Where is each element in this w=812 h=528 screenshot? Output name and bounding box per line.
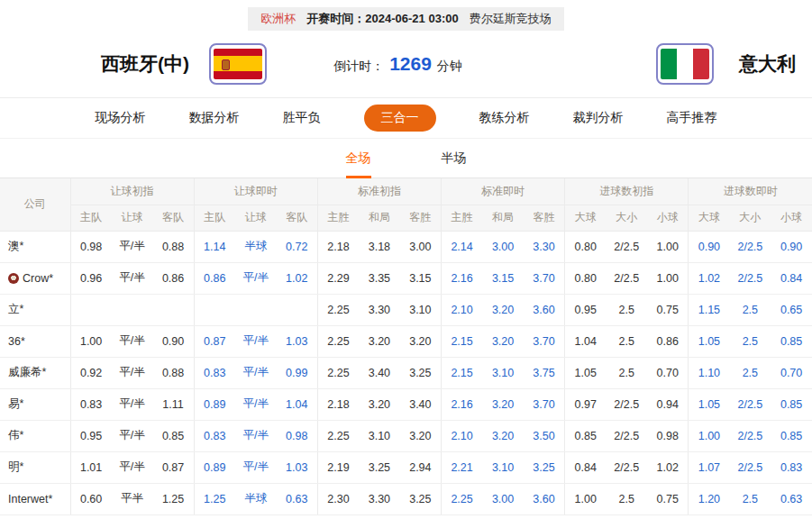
odds-cell[interactable]: 3.20 <box>400 325 442 357</box>
odds-cell[interactable]: 3.15 <box>482 262 524 294</box>
odds-cell[interactable]: 3.25 <box>359 451 400 483</box>
nav-tab[interactable]: 高手推荐 <box>667 110 717 126</box>
odds-cell[interactable]: 3.60 <box>524 483 565 514</box>
odds-cell[interactable]: 3.20 <box>482 420 524 451</box>
company-cell[interactable]: 36* <box>0 325 70 357</box>
odds-cell[interactable]: 1.11 <box>152 388 194 420</box>
odds-cell[interactable]: 1.03 <box>277 451 318 483</box>
odds-cell[interactable]: 2.5 <box>606 325 647 357</box>
nav-tab-active[interactable]: 三合一 <box>364 105 436 132</box>
odds-cell[interactable]: 2/2.5 <box>606 388 647 420</box>
odds-cell[interactable]: 0.96 <box>70 262 112 294</box>
odds-cell[interactable]: 2.5 <box>606 357 647 388</box>
odds-cell[interactable]: 3.00 <box>482 231 524 262</box>
company-cell[interactable]: 立* <box>0 294 70 325</box>
odds-cell[interactable]: 1.10 <box>689 357 730 388</box>
odds-cell[interactable]: 平/半 <box>112 357 153 388</box>
odds-cell[interactable]: 3.20 <box>359 325 400 357</box>
odds-cell[interactable]: 0.90 <box>152 325 194 357</box>
odds-cell[interactable]: 0.72 <box>277 231 318 262</box>
odds-cell[interactable]: 半球 <box>235 231 277 262</box>
odds-cell[interactable]: 平/半 <box>235 420 277 451</box>
nav-tab[interactable]: 胜平负 <box>283 110 321 126</box>
odds-cell[interactable]: 2.25 <box>317 294 359 325</box>
odds-cell[interactable]: 3.20 <box>482 325 524 357</box>
odds-cell[interactable]: 3.00 <box>482 483 524 514</box>
odds-cell[interactable]: 3.15 <box>400 262 442 294</box>
company-cell[interactable]: 伟* <box>0 420 70 451</box>
odds-cell[interactable]: 1.04 <box>277 388 318 420</box>
company-cell[interactable]: 易* <box>0 388 70 420</box>
odds-cell[interactable]: 平/半 <box>112 420 153 451</box>
odds-cell[interactable]: 平/半 <box>235 357 277 388</box>
odds-cell[interactable]: 3.30 <box>359 483 400 514</box>
odds-cell[interactable]: 2.94 <box>400 451 442 483</box>
odds-cell[interactable]: 0.95 <box>70 420 112 451</box>
odds-cell[interactable]: 1.15 <box>689 294 730 325</box>
odds-cell[interactable]: 0.80 <box>565 262 607 294</box>
odds-cell[interactable]: 2.21 <box>441 451 482 483</box>
odds-cell[interactable]: 2.5 <box>606 483 647 514</box>
odds-cell[interactable]: 0.89 <box>194 451 235 483</box>
odds-cell[interactable]: 0.83 <box>194 420 235 451</box>
odds-cell[interactable]: 3.40 <box>400 388 442 420</box>
odds-cell[interactable]: 2.25 <box>317 357 359 388</box>
odds-cell[interactable]: 1.07 <box>689 451 730 483</box>
odds-cell[interactable]: 0.86 <box>194 262 235 294</box>
odds-cell[interactable]: 0.98 <box>277 420 318 451</box>
subtab-active[interactable]: 全场 <box>346 139 371 178</box>
odds-cell[interactable]: 2/2.5 <box>606 420 647 451</box>
odds-cell[interactable]: 0.85 <box>565 420 607 451</box>
odds-cell[interactable]: 0.87 <box>152 451 194 483</box>
odds-cell[interactable]: 平/半 <box>112 388 153 420</box>
odds-cell[interactable]: 2/2.5 <box>730 262 771 294</box>
odds-cell[interactable]: 0.89 <box>194 388 235 420</box>
odds-cell[interactable]: 0.85 <box>771 420 812 451</box>
odds-cell[interactable]: 2.5 <box>606 294 647 325</box>
odds-cell[interactable]: 1.00 <box>565 483 607 514</box>
odds-cell[interactable]: 2/2.5 <box>606 262 647 294</box>
odds-cell[interactable]: 1.02 <box>689 262 730 294</box>
odds-cell[interactable]: 0.83 <box>194 357 235 388</box>
odds-cell[interactable]: 0.75 <box>647 483 689 514</box>
odds-cell[interactable]: 0.85 <box>771 388 812 420</box>
odds-cell[interactable]: 2.16 <box>441 262 482 294</box>
odds-cell[interactable]: 平/半 <box>112 231 153 262</box>
odds-cell[interactable]: 2.10 <box>441 420 482 451</box>
odds-cell[interactable]: 2.5 <box>730 294 771 325</box>
odds-cell[interactable]: 1.05 <box>689 325 730 357</box>
odds-cell[interactable]: 3.20 <box>359 388 400 420</box>
nav-tab[interactable]: 裁判分析 <box>573 110 624 126</box>
odds-cell[interactable]: 平半 <box>112 483 153 514</box>
odds-cell[interactable]: 0.98 <box>647 420 689 451</box>
odds-cell[interactable]: 3.25 <box>400 357 442 388</box>
odds-cell[interactable] <box>235 294 277 325</box>
odds-cell[interactable]: 2.16 <box>441 388 482 420</box>
odds-cell[interactable]: 0.83 <box>70 388 112 420</box>
odds-cell[interactable]: 2.18 <box>317 388 359 420</box>
odds-cell[interactable]: 2.25 <box>441 483 482 514</box>
odds-cell[interactable]: 0.90 <box>771 231 812 262</box>
odds-cell[interactable]: 3.75 <box>524 357 565 388</box>
odds-cell[interactable]: 3.50 <box>524 420 565 451</box>
company-cell[interactable]: Interwet* <box>0 483 70 514</box>
odds-cell[interactable]: 3.25 <box>400 483 442 514</box>
odds-cell[interactable]: 3.10 <box>400 294 442 325</box>
odds-cell[interactable]: 1.00 <box>689 420 730 451</box>
odds-cell[interactable]: 1.20 <box>689 483 730 514</box>
odds-cell[interactable]: 平/半 <box>235 388 277 420</box>
odds-cell[interactable]: 0.87 <box>194 325 235 357</box>
odds-cell[interactable]: 3.10 <box>482 357 524 388</box>
odds-cell[interactable]: 0.94 <box>647 388 689 420</box>
odds-cell[interactable]: 2.29 <box>317 262 359 294</box>
odds-cell[interactable]: 0.85 <box>771 325 812 357</box>
odds-cell[interactable] <box>277 294 318 325</box>
odds-cell[interactable]: 0.80 <box>565 231 607 262</box>
odds-cell[interactable]: 1.02 <box>277 262 318 294</box>
odds-cell[interactable]: 0.92 <box>70 357 112 388</box>
odds-cell[interactable]: 2/2.5 <box>730 231 771 262</box>
company-cell[interactable]: 明* <box>0 451 70 483</box>
odds-cell[interactable] <box>194 294 235 325</box>
odds-cell[interactable]: 2.18 <box>317 231 359 262</box>
odds-cell[interactable]: 0.75 <box>647 294 689 325</box>
